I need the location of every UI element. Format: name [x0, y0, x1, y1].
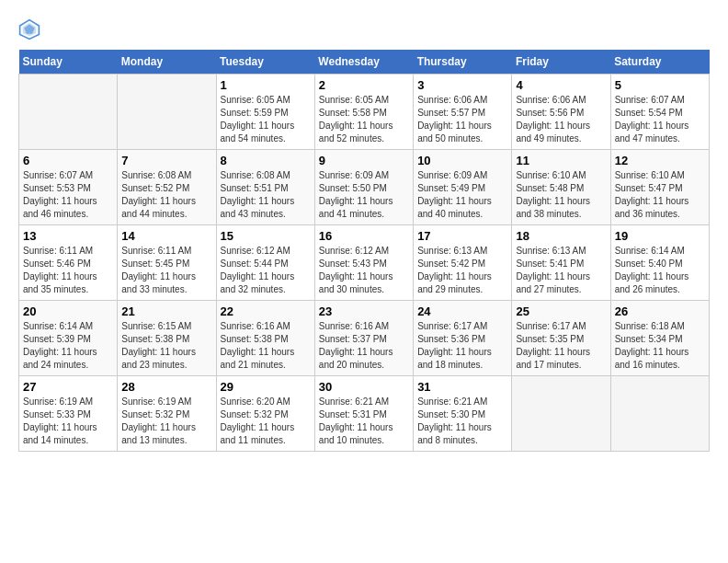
day-number: 1 — [221, 78, 311, 92]
page-header — [18, 18, 710, 40]
calendar-day-cell: 18Sunrise: 6:13 AMSunset: 5:41 PMDayligh… — [512, 225, 610, 301]
calendar-day-cell — [512, 376, 610, 452]
day-number: 27 — [23, 380, 113, 394]
day-info: Sunrise: 6:12 AMSunset: 5:43 PMDaylight:… — [319, 245, 409, 296]
day-info: Sunrise: 6:21 AMSunset: 5:30 PMDaylight:… — [417, 396, 507, 447]
weekday-header-row: SundayMondayTuesdayWednesdayThursdayFrid… — [19, 50, 710, 75]
weekday-header-saturday: Saturday — [610, 50, 709, 75]
calendar-day-cell: 4Sunrise: 6:06 AMSunset: 5:56 PMDaylight… — [512, 75, 610, 150]
day-info: Sunrise: 6:09 AMSunset: 5:49 PMDaylight:… — [417, 169, 507, 221]
calendar-day-cell: 10Sunrise: 6:09 AMSunset: 5:49 PMDayligh… — [414, 150, 512, 225]
day-number: 10 — [417, 154, 507, 167]
calendar-day-cell: 1Sunrise: 6:05 AMSunset: 5:59 PMDaylight… — [216, 75, 314, 150]
day-number: 2 — [319, 78, 409, 92]
day-info: Sunrise: 6:06 AMSunset: 5:57 PMDaylight:… — [417, 94, 507, 145]
calendar-day-cell: 12Sunrise: 6:10 AMSunset: 5:47 PMDayligh… — [610, 150, 709, 225]
day-number: 25 — [516, 304, 606, 318]
day-number: 4 — [516, 78, 606, 92]
calendar-day-cell — [19, 75, 118, 150]
day-number: 3 — [417, 78, 507, 92]
day-info: Sunrise: 6:16 AMSunset: 5:37 PMDaylight:… — [319, 320, 409, 372]
day-info: Sunrise: 6:06 AMSunset: 5:56 PMDaylight:… — [516, 94, 606, 145]
calendar-day-cell: 24Sunrise: 6:17 AMSunset: 5:36 PMDayligh… — [414, 301, 512, 376]
calendar-week-row: 20Sunrise: 6:14 AMSunset: 5:39 PMDayligh… — [19, 301, 710, 376]
calendar-day-cell: 3Sunrise: 6:06 AMSunset: 5:57 PMDaylight… — [414, 75, 512, 150]
day-info: Sunrise: 6:17 AMSunset: 5:35 PMDaylight:… — [516, 320, 606, 372]
day-number: 29 — [221, 380, 311, 394]
calendar-week-row: 27Sunrise: 6:19 AMSunset: 5:33 PMDayligh… — [19, 376, 710, 452]
calendar-day-cell: 28Sunrise: 6:19 AMSunset: 5:32 PMDayligh… — [118, 376, 216, 452]
day-number: 16 — [319, 229, 409, 243]
day-info: Sunrise: 6:09 AMSunset: 5:50 PMDaylight:… — [319, 169, 409, 221]
day-info: Sunrise: 6:19 AMSunset: 5:33 PMDaylight:… — [23, 396, 113, 447]
calendar-day-cell: 11Sunrise: 6:10 AMSunset: 5:48 PMDayligh… — [512, 150, 610, 225]
weekday-header-tuesday: Tuesday — [216, 50, 314, 75]
calendar-day-cell: 8Sunrise: 6:08 AMSunset: 5:51 PMDaylight… — [216, 150, 314, 225]
logo — [18, 18, 44, 40]
day-number: 30 — [319, 380, 409, 394]
day-number: 22 — [221, 304, 311, 318]
calendar-day-cell: 21Sunrise: 6:15 AMSunset: 5:38 PMDayligh… — [118, 301, 216, 376]
day-info: Sunrise: 6:17 AMSunset: 5:36 PMDaylight:… — [417, 320, 507, 372]
day-number: 24 — [417, 304, 507, 318]
day-info: Sunrise: 6:18 AMSunset: 5:34 PMDaylight:… — [615, 320, 705, 372]
calendar-day-cell: 27Sunrise: 6:19 AMSunset: 5:33 PMDayligh… — [19, 376, 118, 452]
calendar-day-cell: 6Sunrise: 6:07 AMSunset: 5:53 PMDaylight… — [19, 150, 118, 225]
calendar-day-cell: 7Sunrise: 6:08 AMSunset: 5:52 PMDaylight… — [118, 150, 216, 225]
calendar-day-cell — [118, 75, 216, 150]
day-info: Sunrise: 6:11 AMSunset: 5:45 PMDaylight:… — [121, 245, 211, 296]
day-info: Sunrise: 6:08 AMSunset: 5:51 PMDaylight:… — [221, 169, 311, 221]
calendar-table: SundayMondayTuesdayWednesdayThursdayFrid… — [18, 50, 710, 452]
day-info: Sunrise: 6:07 AMSunset: 5:54 PMDaylight:… — [615, 94, 705, 145]
day-number: 8 — [221, 154, 311, 167]
weekday-header-wednesday: Wednesday — [314, 50, 413, 75]
day-number: 18 — [516, 229, 606, 243]
day-number: 15 — [221, 229, 311, 243]
day-number: 9 — [319, 154, 409, 167]
day-number: 6 — [23, 154, 113, 167]
calendar-week-row: 1Sunrise: 6:05 AMSunset: 5:59 PMDaylight… — [19, 75, 710, 150]
calendar-day-cell: 19Sunrise: 6:14 AMSunset: 5:40 PMDayligh… — [610, 225, 709, 301]
day-number: 14 — [121, 229, 211, 243]
calendar-day-cell: 30Sunrise: 6:21 AMSunset: 5:31 PMDayligh… — [314, 376, 413, 452]
calendar-week-row: 6Sunrise: 6:07 AMSunset: 5:53 PMDaylight… — [19, 150, 710, 225]
day-info: Sunrise: 6:12 AMSunset: 5:44 PMDaylight:… — [221, 245, 311, 296]
weekday-header-sunday: Sunday — [19, 50, 118, 75]
day-info: Sunrise: 6:07 AMSunset: 5:53 PMDaylight:… — [23, 169, 113, 221]
day-number: 19 — [615, 229, 705, 243]
day-number: 7 — [121, 154, 211, 167]
day-info: Sunrise: 6:10 AMSunset: 5:48 PMDaylight:… — [516, 169, 606, 221]
day-info: Sunrise: 6:13 AMSunset: 5:42 PMDaylight:… — [417, 245, 507, 296]
calendar-day-cell: 26Sunrise: 6:18 AMSunset: 5:34 PMDayligh… — [610, 301, 709, 376]
day-info: Sunrise: 6:05 AMSunset: 5:59 PMDaylight:… — [221, 94, 311, 145]
calendar-day-cell: 25Sunrise: 6:17 AMSunset: 5:35 PMDayligh… — [512, 301, 610, 376]
weekday-header-friday: Friday — [512, 50, 610, 75]
day-number: 11 — [516, 154, 606, 167]
day-number: 13 — [23, 229, 113, 243]
day-number: 17 — [417, 229, 507, 243]
calendar-week-row: 13Sunrise: 6:11 AMSunset: 5:46 PMDayligh… — [19, 225, 710, 301]
day-number: 31 — [417, 380, 507, 394]
calendar-day-cell: 15Sunrise: 6:12 AMSunset: 5:44 PMDayligh… — [216, 225, 314, 301]
day-info: Sunrise: 6:14 AMSunset: 5:40 PMDaylight:… — [615, 245, 705, 296]
day-number: 12 — [615, 154, 705, 167]
calendar-day-cell: 13Sunrise: 6:11 AMSunset: 5:46 PMDayligh… — [19, 225, 118, 301]
calendar-day-cell: 23Sunrise: 6:16 AMSunset: 5:37 PMDayligh… — [314, 301, 413, 376]
calendar-day-cell: 5Sunrise: 6:07 AMSunset: 5:54 PMDaylight… — [610, 75, 709, 150]
day-info: Sunrise: 6:05 AMSunset: 5:58 PMDaylight:… — [319, 94, 409, 145]
calendar-day-cell: 31Sunrise: 6:21 AMSunset: 5:30 PMDayligh… — [414, 376, 512, 452]
logo-icon — [18, 18, 40, 40]
calendar-day-cell: 16Sunrise: 6:12 AMSunset: 5:43 PMDayligh… — [314, 225, 413, 301]
day-number: 26 — [615, 304, 705, 318]
calendar-day-cell: 22Sunrise: 6:16 AMSunset: 5:38 PMDayligh… — [216, 301, 314, 376]
calendar-day-cell: 29Sunrise: 6:20 AMSunset: 5:32 PMDayligh… — [216, 376, 314, 452]
day-info: Sunrise: 6:11 AMSunset: 5:46 PMDaylight:… — [23, 245, 113, 296]
day-info: Sunrise: 6:13 AMSunset: 5:41 PMDaylight:… — [516, 245, 606, 296]
weekday-header-thursday: Thursday — [414, 50, 512, 75]
calendar-day-cell — [610, 376, 709, 452]
calendar-day-cell: 9Sunrise: 6:09 AMSunset: 5:50 PMDaylight… — [314, 150, 413, 225]
day-number: 21 — [121, 304, 211, 318]
calendar-day-cell: 14Sunrise: 6:11 AMSunset: 5:45 PMDayligh… — [118, 225, 216, 301]
day-number: 28 — [121, 380, 211, 394]
weekday-header-monday: Monday — [118, 50, 216, 75]
